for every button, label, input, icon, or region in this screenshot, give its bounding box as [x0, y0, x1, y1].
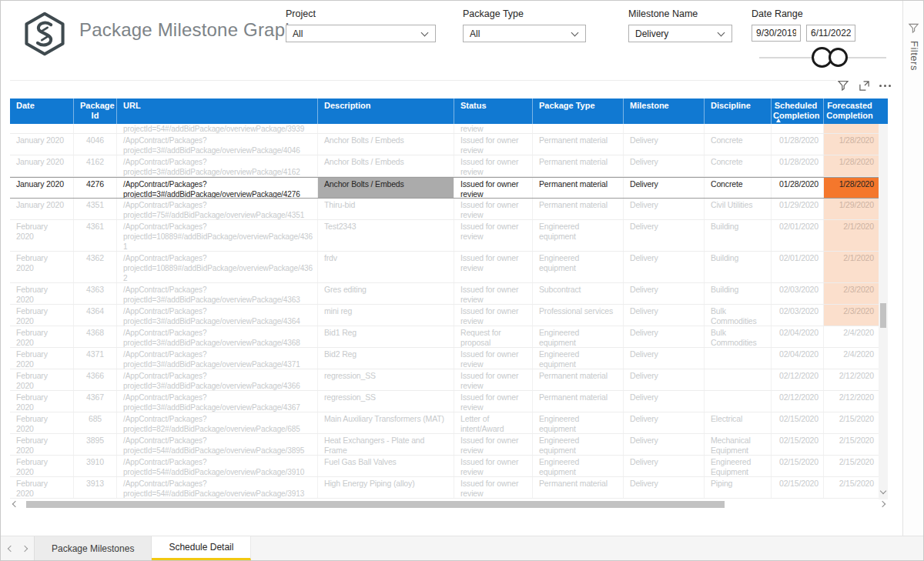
cell-desc[interactable]: Gres editing	[317, 283, 454, 304]
vertical-scrollbar[interactable]	[879, 99, 888, 499]
cell-url[interactable]: /AppContract/Packages?projectId=3#/addBi…	[116, 134, 317, 155]
cell-fore[interactable]: 1/28/2020	[823, 134, 879, 155]
more-options-icon[interactable]	[879, 82, 891, 90]
cell-disc[interactable]: Building	[704, 252, 771, 282]
cell-url[interactable]: /AppContract/Packages?projectId=3#/addBi…	[116, 326, 317, 347]
cell-ptype[interactable]: Engineered equipment	[532, 252, 623, 282]
cell-date[interactable]: February 2020	[10, 391, 73, 412]
cell-fore[interactable]	[823, 124, 879, 133]
cell-disc[interactable]: Mechanical Equipment	[704, 434, 771, 455]
package-type-dropdown[interactable]: All	[463, 25, 586, 42]
cell-desc[interactable]	[317, 124, 454, 133]
cell-milestone[interactable]: Delivery	[623, 456, 704, 476]
cell-sched[interactable]: 02/04/2020	[771, 326, 823, 347]
cell-id[interactable]: 4046	[73, 134, 116, 155]
cell-desc[interactable]: High Energy Piping (alloy)	[317, 477, 454, 498]
cell-ptype[interactable]: Engineered equipment	[532, 220, 623, 251]
cell-desc[interactable]: Anchor Bolts / Embeds	[317, 155, 454, 176]
cell-sched[interactable]: 02/12/2020	[771, 369, 823, 390]
cell-fore[interactable]: 1/29/2020	[823, 199, 879, 219]
cell-date[interactable]: January 2020	[10, 134, 73, 155]
cell-milestone[interactable]: Delivery	[623, 434, 704, 455]
focus-mode-icon[interactable]	[859, 80, 870, 92]
cell-disc[interactable]: Bulk Commodities	[704, 326, 771, 347]
cell-sched[interactable]: 02/15/2020	[771, 477, 823, 498]
cell-fore[interactable]: 2/12/2020	[823, 391, 879, 412]
cell-status[interactable]: Issued for owner review	[454, 220, 532, 251]
cell-status[interactable]: Issued for owner review	[454, 134, 532, 155]
cell-sched[interactable]: 01/29/2020	[771, 199, 823, 219]
cell-sched[interactable]: 01/28/2020	[771, 178, 823, 198]
cell-ptype[interactable]: Permanent material	[532, 477, 623, 498]
column-header-package-id[interactable]: Package Id	[73, 99, 116, 124]
cell-disc[interactable]: Civil Utilities	[704, 199, 771, 219]
cell-id[interactable]: 4362	[73, 252, 116, 282]
cell-fore[interactable]: 2/15/2020	[823, 412, 879, 433]
cell-id[interactable]: 4361	[73, 220, 116, 251]
cell-milestone[interactable]	[623, 124, 704, 133]
cell-fore[interactable]: 2/15/2020	[823, 477, 879, 498]
cell-disc[interactable]	[704, 369, 771, 390]
cell-desc[interactable]: regression_SS	[317, 391, 454, 412]
cell-status[interactable]: Issued for owner review	[454, 283, 532, 304]
table-row[interactable]: February 20203910/AppContract/Packages?p…	[10, 456, 888, 477]
cell-ptype[interactable]: Professional services	[532, 305, 623, 326]
cell-id[interactable]: 4363	[73, 283, 116, 304]
cell-milestone[interactable]: Delivery	[623, 178, 704, 198]
cell-id[interactable]: 3910	[73, 456, 116, 476]
cell-url[interactable]: /AppContract/Packages?projectId=54#/addB…	[116, 456, 317, 476]
cell-disc[interactable]: Concrete	[704, 155, 771, 176]
cell-disc[interactable]: Building	[704, 283, 771, 304]
table-row[interactable]: February 20204368/AppContract/Packages?p…	[10, 326, 888, 348]
cell-date[interactable]: February 2020	[10, 477, 73, 498]
table-row[interactable]: February 20204371/AppContract/Packages?p…	[10, 348, 888, 369]
cell-ptype[interactable]: Engineered equipment	[532, 348, 623, 369]
cell-date[interactable]: February 2020	[10, 252, 73, 282]
table-row[interactable]: February 20204367/AppContract/Packages?p…	[10, 391, 888, 412]
cell-status[interactable]: Issued for owner review	[454, 305, 532, 326]
cell-status[interactable]: Issued for owner review	[454, 391, 532, 412]
cell-desc[interactable]: Thiru-bid	[317, 199, 454, 219]
cell-disc[interactable]: Electrical	[704, 412, 771, 433]
cell-id[interactable]: 3913	[73, 477, 116, 498]
table-row[interactable]: February 20203913/AppContract/Packages?p…	[10, 477, 888, 499]
cell-milestone[interactable]: Delivery	[623, 369, 704, 390]
cell-desc[interactable]: frdv	[317, 252, 454, 282]
vertical-scrollbar-thumb[interactable]	[880, 303, 886, 328]
cell-status[interactable]: Issued for owner review	[454, 252, 532, 282]
cell-milestone[interactable]: Delivery	[623, 220, 704, 251]
cell-milestone[interactable]: Delivery	[623, 155, 704, 176]
cell-status[interactable]: Issued for owner review	[454, 178, 532, 198]
cell-fore[interactable]: 2/15/2020	[823, 434, 879, 455]
cell-ptype[interactable]: Permanent material	[532, 369, 623, 390]
cell-milestone[interactable]: Delivery	[623, 477, 704, 498]
cell-url[interactable]: /AppContract/Packages?projectId=3#/addBi…	[116, 305, 317, 326]
cell-milestone[interactable]: Delivery	[623, 252, 704, 282]
cell-id[interactable]: 4366	[73, 369, 116, 390]
cell-disc[interactable]: Concrete	[704, 178, 771, 198]
cell-desc[interactable]: Test2343	[317, 220, 454, 251]
cell-disc[interactable]: Piping	[704, 477, 771, 498]
cell-id[interactable]: 4162	[73, 155, 116, 176]
cell-milestone[interactable]: Delivery	[623, 412, 704, 433]
cell-ptype[interactable]: Permanent material	[532, 155, 623, 176]
cell-desc[interactable]: mini reg	[317, 305, 454, 326]
cell-status[interactable]: Issued for owner review	[454, 348, 532, 369]
next-page-icon[interactable]	[21, 545, 27, 551]
cell-url[interactable]: /AppContract/Packages?projectId=54#/addB…	[116, 434, 317, 455]
cell-status[interactable]: Issued for owner review	[454, 369, 532, 390]
column-header-url[interactable]: URL	[116, 99, 317, 124]
column-header-description[interactable]: Description	[317, 99, 454, 124]
cell-id[interactable]: 4276	[73, 178, 116, 198]
table-row[interactable]: February 20204361/AppContract/Packages?p…	[10, 220, 888, 252]
cell-url[interactable]: /AppContract/Packages?projectId=3#/addBi…	[116, 369, 317, 390]
cell-disc[interactable]: Engineered Equipment	[704, 456, 771, 476]
cell-fore[interactable]: 2/15/2020	[823, 456, 879, 476]
cell-disc[interactable]: Concrete	[704, 134, 771, 155]
cell-date[interactable]: February 2020	[10, 283, 73, 304]
cell-milestone[interactable]: Delivery	[623, 134, 704, 155]
cell-ptype[interactable]: Permanent material	[532, 199, 623, 219]
scroll-left-icon[interactable]	[12, 501, 18, 507]
cell-sched[interactable]: 02/15/2020	[771, 456, 823, 476]
cell-disc[interactable]: Building	[704, 220, 771, 251]
